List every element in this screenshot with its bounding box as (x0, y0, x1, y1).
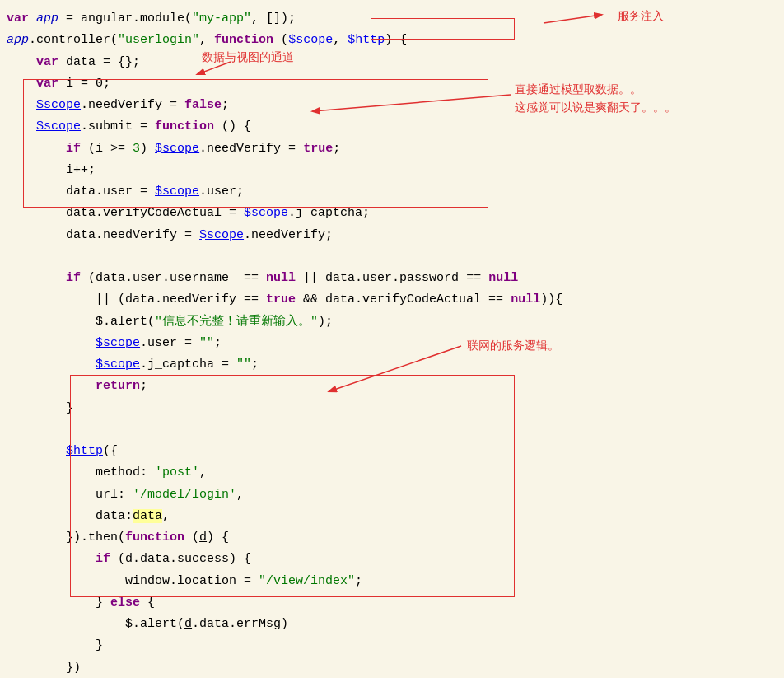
line-9: data.user = $scope.user; (0, 181, 776, 203)
line-19: } (0, 398, 776, 419)
line-3: var data = {}; (0, 52, 776, 73)
line-14: || (data.needVerify == true && data.veri… (0, 289, 776, 311)
line-28: } else { (0, 592, 776, 614)
line-12 (0, 246, 776, 268)
line-29: $.alert(d.data.errMsg) (0, 614, 776, 635)
line-22: method: 'post', (0, 462, 776, 484)
line-25: }).then(function (d) { (0, 527, 776, 549)
line-17: $scope.j_captcha = ""; (0, 354, 776, 376)
line-30: } (0, 635, 776, 657)
line-6: $scope.submit = function () { (0, 116, 776, 138)
line-10: data.verifyCodeActual = $scope.j_captcha… (0, 203, 776, 224)
line-16: $scope.user = ""; (0, 333, 776, 354)
line-15: $.alert("信息不完整！请重新输入。"); (0, 311, 776, 333)
code-area: 服务注入 数据与视图的通道 直接通过模型取数据。。这感觉可以说是爽翻天了。。。 … (0, 0, 784, 678)
line-20 (0, 419, 776, 441)
line-7: if (i >= 3) $scope.needVerify = true; (0, 138, 776, 160)
line-11: data.needVerify = $scope.needVerify; (0, 225, 776, 246)
line-13: if (data.user.username == null || data.u… (0, 268, 776, 289)
line-31: }) (0, 657, 776, 679)
line-4: var i = 0; (0, 73, 776, 95)
line-2: app.controller("userlogin", function ($s… (0, 30, 776, 51)
line-1: var app = angular.module("my-app", []); (0, 8, 776, 30)
line-27: window.location = "/view/index"; (0, 571, 776, 592)
line-26: if (d.data.success) { (0, 549, 776, 570)
line-23: url: '/model/login', (0, 484, 776, 506)
line-5: $scope.needVerify = false; (0, 95, 776, 116)
line-8: i++; (0, 160, 776, 181)
line-21: $http({ (0, 441, 776, 462)
line-18: return; (0, 376, 776, 397)
line-24: data:data, (0, 506, 776, 527)
